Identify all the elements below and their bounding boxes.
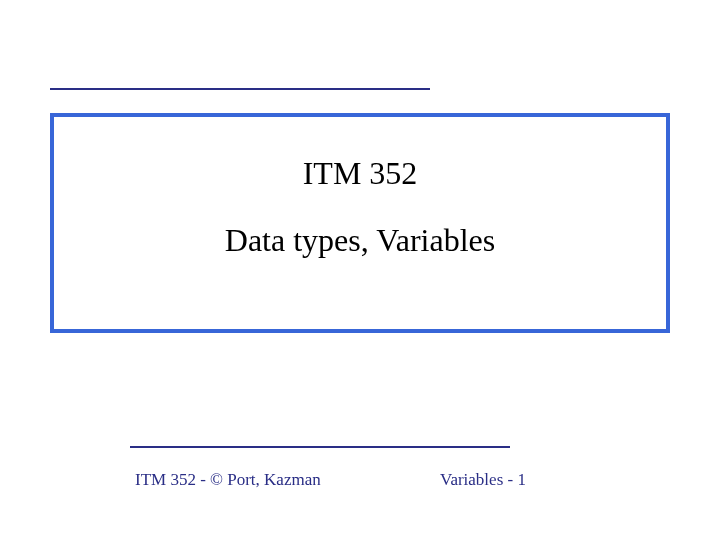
course-code: ITM 352 [303,155,418,192]
footer-page-label: Variables - 1 [440,470,526,490]
topic-title: Data types, Variables [225,222,495,259]
title-box: ITM 352 Data types, Variables [50,113,670,333]
top-divider [50,88,430,90]
footer-copyright: ITM 352 - © Port, Kazman [135,470,321,490]
bottom-divider [130,446,510,448]
footer: ITM 352 - © Port, Kazman Variables - 1 [0,470,720,500]
